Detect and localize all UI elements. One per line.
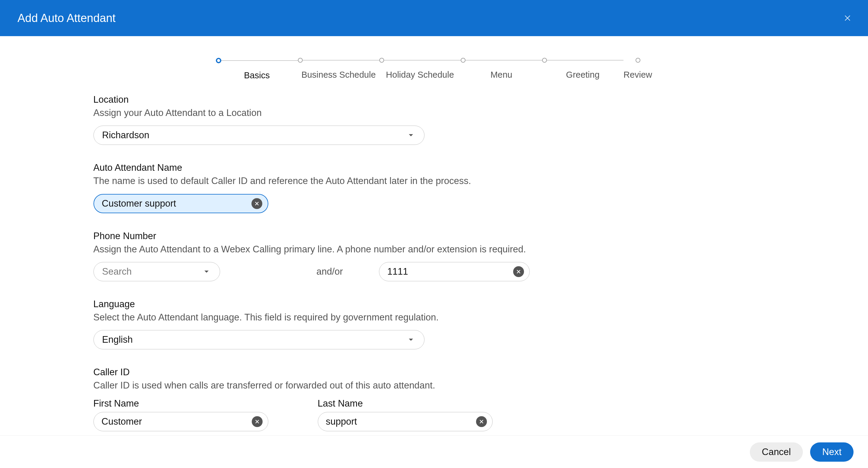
name-desc: The name is used to default Caller ID an… (93, 175, 775, 187)
name-section: Auto Attendant Name The name is used to … (93, 162, 775, 213)
modal-title: Add Auto Attendant (18, 12, 116, 25)
cancel-button[interactable]: Cancel (750, 442, 803, 462)
step-basics[interactable]: Basics (216, 58, 298, 80)
step-line (221, 60, 298, 61)
extension-input[interactable] (387, 266, 513, 277)
phone-section: Phone Number Assign the Auto Attendant t… (93, 231, 775, 281)
lastname-col: Last Name (318, 398, 493, 431)
name-input[interactable] (102, 198, 251, 209)
close-icon (843, 14, 852, 22)
step-label: Greeting (566, 70, 599, 80)
close-icon (516, 269, 521, 274)
callerid-label: Caller ID (93, 367, 775, 378)
name-input-wrap (93, 194, 268, 213)
phone-number-select[interactable]: Search (93, 262, 220, 281)
phone-search-placeholder: Search (102, 266, 132, 277)
step-label: Holiday Schedule (386, 70, 454, 80)
step-dot-icon (461, 58, 466, 63)
step-dot-icon (298, 58, 303, 63)
step-label: Basics (244, 70, 270, 80)
location-section: Location Assign your Auto Attendant to a… (93, 94, 775, 145)
step-label: Review (623, 70, 652, 80)
step-label: Business Schedule (302, 70, 376, 80)
callerid-desc: Caller ID is used when calls are transfe… (93, 379, 775, 392)
step-line (547, 60, 623, 61)
step-dot-icon (379, 58, 384, 63)
next-button[interactable]: Next (810, 442, 854, 462)
chevron-down-icon (407, 335, 415, 344)
language-section: Language Select the Auto Attendant langu… (93, 299, 775, 349)
step-greeting[interactable]: Greeting (542, 58, 623, 80)
step-dot-icon (216, 58, 221, 63)
phone-row: Search and/or (93, 262, 775, 281)
modal-header: Add Auto Attendant (0, 0, 868, 36)
language-label: Language (93, 299, 775, 310)
content-wrap: Location Assign your Auto Attendant to a… (0, 93, 868, 435)
lastname-input-wrap (318, 412, 493, 431)
close-icon (479, 419, 484, 424)
callerid-section: Caller ID Caller ID is used when calls a… (93, 367, 775, 431)
firstname-label: First Name (93, 398, 268, 409)
andor-text: and/or (316, 266, 343, 277)
lastname-label: Last Name (318, 398, 493, 409)
step-line (303, 60, 379, 61)
firstname-clear-button[interactable] (252, 416, 262, 427)
add-auto-attendant-modal: Add Auto Attendant Basics Business Sched… (0, 0, 868, 468)
lastname-input[interactable] (326, 416, 476, 427)
step-line (466, 60, 542, 61)
close-icon (254, 201, 259, 206)
firstname-input[interactable] (102, 416, 252, 427)
lastname-clear-button[interactable] (476, 416, 487, 427)
chevron-down-icon (407, 131, 415, 139)
location-value: Richardson (102, 130, 150, 141)
language-value: English (102, 334, 133, 345)
phone-label: Phone Number (93, 231, 775, 241)
step-dot-icon (542, 58, 547, 63)
step-line (384, 60, 461, 61)
step-menu[interactable]: Menu (461, 58, 542, 80)
language-select[interactable]: English (93, 330, 425, 349)
close-button[interactable] (841, 12, 854, 24)
extension-clear-button[interactable] (513, 266, 524, 277)
step-dot-icon (636, 58, 640, 63)
location-select[interactable]: Richardson (93, 126, 425, 145)
location-label: Location (93, 94, 775, 105)
location-desc: Assign your Auto Attendant to a Location (93, 107, 775, 119)
form-content[interactable]: Location Assign your Auto Attendant to a… (93, 93, 775, 435)
close-icon (254, 419, 260, 424)
chevron-down-icon (202, 267, 211, 276)
modal-footer: Cancel Next (0, 435, 868, 468)
firstname-input-wrap (93, 412, 268, 431)
firstname-col: First Name (93, 398, 268, 431)
step-business-schedule[interactable]: Business Schedule (298, 58, 379, 80)
name-clear-button[interactable] (251, 198, 262, 209)
step-label: Menu (491, 70, 513, 80)
callerid-row: First Name Last Name (93, 398, 775, 431)
phone-desc: Assign the Auto Attendant to a Webex Cal… (93, 243, 775, 256)
extension-input-wrap (379, 262, 530, 281)
stepper: Basics Business Schedule Holiday Schedul… (0, 36, 868, 93)
language-desc: Select the Auto Attendant language. This… (93, 311, 775, 324)
step-holiday-schedule[interactable]: Holiday Schedule (379, 58, 461, 80)
step-review[interactable]: Review (623, 58, 652, 80)
name-label: Auto Attendant Name (93, 162, 775, 173)
